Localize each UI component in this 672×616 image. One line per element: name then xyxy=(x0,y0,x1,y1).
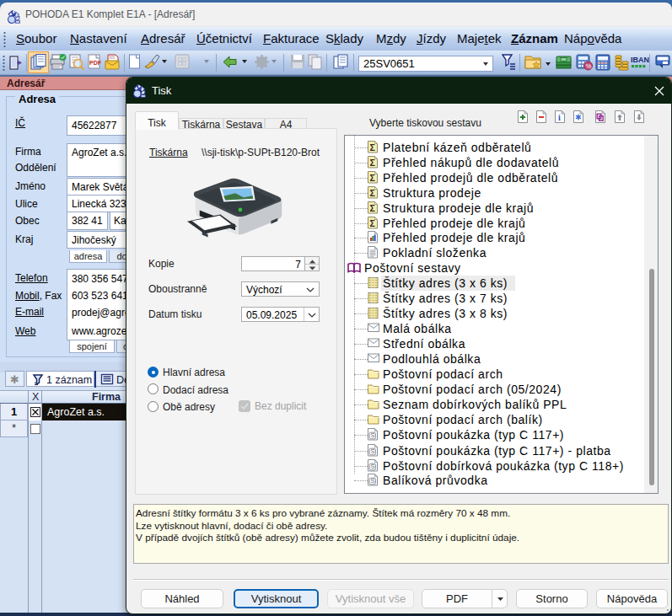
svg-text:PDF: PDF xyxy=(89,60,102,66)
svg-text:IBAN: IBAN xyxy=(631,56,649,64)
svg-text:%: % xyxy=(586,62,592,70)
